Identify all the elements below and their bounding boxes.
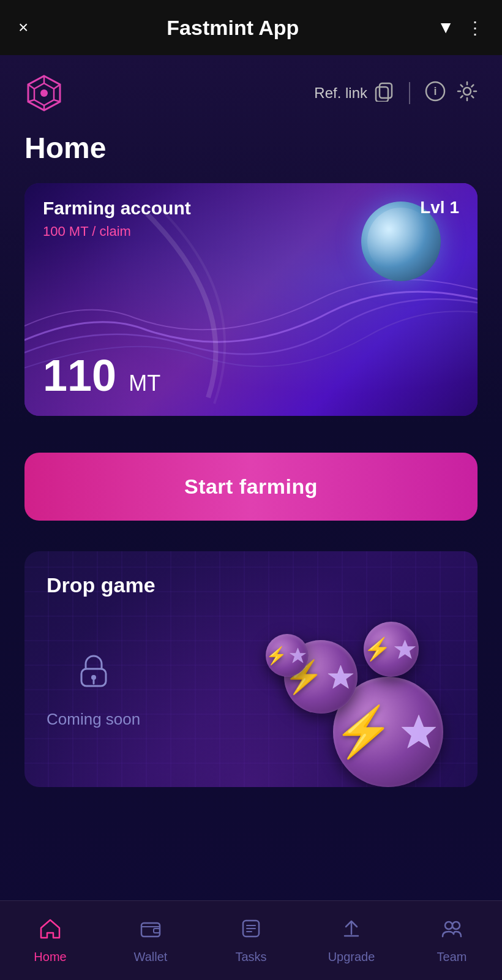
team-icon <box>440 917 463 945</box>
farming-rate: 100 MT / claim <box>43 224 191 239</box>
vertical-divider <box>409 82 410 104</box>
coming-soon-area: Coming soon <box>47 649 140 753</box>
nav-home[interactable]: Home <box>0 911 100 970</box>
drop-game-section: Drop game Coming soon <box>24 551 478 787</box>
tasks-label: Tasks <box>235 950 266 964</box>
settings-icon[interactable] <box>457 81 478 106</box>
farming-info: Farming account 100 MT / claim <box>43 198 191 239</box>
coin-tiny <box>266 634 309 677</box>
coins-decoration <box>260 616 455 787</box>
tasks-icon <box>239 917 263 945</box>
svg-text:i: i <box>433 85 436 97</box>
wallet-label: Wallet <box>134 950 168 964</box>
level-badge: Lvl 1 <box>420 198 459 217</box>
home-label: Home <box>34 950 66 964</box>
top-bar: × Fastmint App ▼ ⋮ <box>0 0 502 55</box>
start-farming-button[interactable]: Start farming <box>24 453 478 521</box>
wallet-icon <box>139 917 162 945</box>
lock-icon <box>72 649 115 700</box>
header-right: Ref. link i <box>314 81 478 106</box>
copy-icon <box>373 81 394 105</box>
nav-team[interactable]: Team <box>402 911 502 970</box>
svg-rect-17 <box>141 923 160 937</box>
page-title: Home <box>24 131 478 165</box>
farming-amount: 110 MT <box>43 353 160 398</box>
top-bar-actions: ▼ ⋮ <box>437 18 484 38</box>
dropdown-icon[interactable]: ▼ <box>437 18 454 37</box>
nav-upgrade[interactable]: Upgrade <box>301 911 402 970</box>
nav-tasks[interactable]: Tasks <box>201 911 301 970</box>
svg-point-8 <box>40 89 48 97</box>
svg-rect-9 <box>380 83 392 98</box>
coin-small <box>364 622 419 677</box>
svg-point-25 <box>452 922 460 929</box>
app-title: Fastmint App <box>167 16 299 40</box>
ref-link-button[interactable]: Ref. link <box>314 81 394 105</box>
app-logo <box>24 74 64 113</box>
menu-icon[interactable]: ⋮ <box>466 18 484 38</box>
home-icon <box>39 917 62 945</box>
team-label: Team <box>437 950 467 964</box>
upgrade-label: Upgrade <box>328 950 375 964</box>
farming-card: Farming account 100 MT / claim Lvl 1 110… <box>24 183 478 416</box>
svg-rect-10 <box>376 87 388 102</box>
svg-point-13 <box>463 88 471 95</box>
farming-account-title: Farming account <box>43 198 191 219</box>
bottom-nav: Home Wallet Tasks <box>0 900 502 980</box>
nav-wallet[interactable]: Wallet <box>100 911 201 970</box>
header-row: Ref. link i <box>24 74 478 113</box>
drop-game-content: Coming soon <box>47 616 455 787</box>
farming-unit: MT <box>129 371 160 396</box>
svg-point-24 <box>445 922 452 929</box>
info-icon[interactable]: i <box>425 81 446 106</box>
card-bottom: 110 MT <box>43 353 160 398</box>
coming-soon-label: Coming soon <box>47 710 140 729</box>
close-icon[interactable]: × <box>18 18 28 37</box>
main-content: Ref. link i <box>0 55 502 980</box>
card-top: Farming account 100 MT / claim Lvl 1 <box>43 198 459 239</box>
svg-rect-18 <box>154 929 160 933</box>
ref-link-label: Ref. link <box>314 85 367 102</box>
drop-game-title: Drop game <box>47 573 455 597</box>
upgrade-icon <box>340 917 363 945</box>
